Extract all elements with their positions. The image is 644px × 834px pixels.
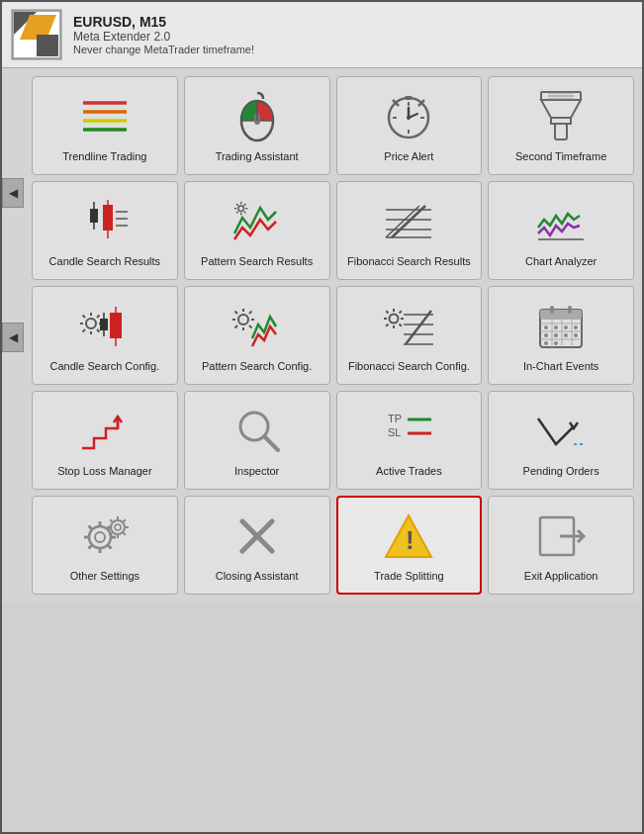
price-alert-icon — [382, 90, 435, 143]
second-timeframe[interactable]: Second Timeframe — [488, 76, 634, 175]
svg-marker-24 — [541, 100, 581, 118]
stop-loss-manager-icon — [78, 405, 132, 458]
pattern-search-results-icon — [230, 195, 284, 248]
svg-line-61 — [97, 329, 100, 332]
pattern-search-config[interactable]: Pattern Search Config. — [184, 286, 330, 385]
price-alert-label: Price Alert — [384, 149, 433, 163]
trading-assistant-icon — [230, 90, 284, 143]
svg-point-108 — [574, 333, 578, 337]
svg-line-85 — [400, 324, 402, 325]
exit-application-icon — [534, 510, 588, 563]
inspector-label: Inspector — [234, 464, 279, 478]
exit-application[interactable]: Exit Application — [488, 496, 634, 595]
svg-point-104 — [574, 325, 578, 329]
svg-line-49 — [386, 206, 419, 237]
svg-line-48 — [392, 206, 425, 237]
chart-analyzer-icon — [534, 195, 588, 248]
other-settings-label: Other Settings — [70, 569, 139, 583]
svg-point-121 — [89, 526, 111, 548]
svg-point-110 — [554, 341, 558, 345]
svg-line-63 — [97, 315, 100, 318]
inspector[interactable]: Inspector — [184, 391, 330, 490]
inspector-icon — [230, 405, 284, 458]
svg-point-102 — [554, 325, 558, 329]
svg-line-128 — [108, 545, 111, 548]
svg-point-55 — [86, 319, 96, 328]
other-settings-icon — [78, 510, 132, 563]
active-trades[interactable]: TP SL Active Trades — [336, 391, 483, 490]
trading-assistant[interactable]: Trading Assistant — [184, 76, 330, 175]
svg-line-115 — [264, 436, 278, 450]
pending-orders[interactable]: Pending Orders — [488, 391, 634, 490]
stop-loss-manager[interactable]: Stop Loss Manager — [32, 391, 178, 490]
svg-point-109 — [544, 341, 548, 345]
svg-line-140 — [124, 519, 126, 521]
pattern-search-results[interactable]: Pattern Search Results — [184, 181, 330, 280]
svg-line-60 — [82, 315, 85, 318]
pattern-search-config-label: Pattern Search Config. — [202, 359, 312, 373]
svg-point-70 — [238, 315, 248, 324]
svg-rect-112 — [568, 306, 572, 314]
trade-splitting-icon: ! — [382, 510, 435, 563]
chart-analyzer[interactable]: Chart Analyzer — [488, 181, 634, 280]
nav-arrow-row4[interactable]: ◀ — [2, 323, 24, 352]
svg-line-77 — [234, 325, 237, 328]
trendline-trading[interactable]: Trendline Trading — [32, 76, 178, 175]
active-trades-icon: TP SL — [382, 405, 435, 458]
svg-point-105 — [544, 333, 548, 337]
header-app: Meta Extender 2.0 — [73, 30, 254, 44]
candle-search-config-label: Candle Search Config. — [50, 359, 160, 373]
in-chart-events-label: In-Chart Events — [523, 359, 598, 373]
candle-search-config-icon — [78, 300, 132, 353]
trading-assistant-label: Trading Assistant — [216, 149, 299, 163]
svg-line-127 — [88, 525, 91, 528]
svg-line-84 — [387, 311, 389, 313]
fibonacci-search-results-label: Fibonacci Search Results — [347, 254, 471, 268]
stop-loss-manager-label: Stop Loss Manager — [57, 464, 151, 478]
exit-application-label: Exit Application — [524, 569, 598, 583]
price-alert[interactable]: Price Alert — [336, 76, 483, 175]
svg-line-87 — [400, 311, 402, 313]
svg-point-79 — [390, 314, 399, 323]
in-chart-events-icon — [534, 300, 588, 353]
fibonacci-search-config-icon — [382, 300, 435, 353]
svg-line-88 — [406, 311, 431, 344]
svg-rect-20 — [405, 96, 413, 100]
header-pair: EURUSD, M15 — [73, 14, 254, 30]
svg-line-137 — [110, 519, 112, 521]
closing-assistant[interactable]: Closing Assistant — [184, 496, 330, 595]
fibonacci-search-results[interactable]: Fibonacci Search Results — [336, 181, 483, 280]
fibonacci-search-config[interactable]: Fibonacci Search Config. — [336, 286, 483, 385]
pending-orders-icon — [534, 405, 588, 458]
svg-point-106 — [554, 333, 558, 337]
svg-rect-31 — [90, 209, 98, 223]
svg-line-129 — [88, 545, 91, 548]
pending-orders-label: Pending Orders — [523, 464, 599, 478]
svg-line-47 — [243, 204, 245, 206]
other-settings[interactable]: Other Settings — [32, 496, 178, 595]
svg-line-76 — [249, 325, 252, 328]
svg-rect-65 — [110, 313, 122, 338]
svg-text:SL: SL — [388, 426, 401, 438]
pattern-search-results-label: Pattern Search Results — [201, 254, 313, 268]
chart-analyzer-label: Chart Analyzer — [525, 254, 597, 268]
app-logo — [12, 10, 61, 59]
candle-search-results[interactable]: Candle Search Results — [32, 181, 178, 280]
svg-line-62 — [82, 329, 85, 332]
svg-rect-4 — [37, 35, 58, 56]
svg-line-75 — [234, 311, 237, 314]
trade-splitting-label: Trade Splitting — [374, 569, 444, 583]
svg-rect-94 — [540, 310, 582, 320]
header-warning: Never change MetaTrader timeframe! — [73, 44, 254, 55]
trade-splitting[interactable]: ! Trade Splitting — [336, 496, 483, 595]
svg-point-132 — [115, 524, 121, 530]
svg-point-103 — [564, 325, 568, 329]
svg-line-44 — [236, 204, 238, 206]
candle-search-config[interactable]: Candle Search Config. — [32, 286, 178, 385]
pattern-search-config-icon — [230, 300, 284, 353]
in-chart-events[interactable]: In-Chart Events — [488, 286, 634, 385]
grid-container: Trendline Trading Trading Assistant — [24, 68, 642, 602]
svg-point-101 — [544, 325, 548, 329]
nav-arrow-row2[interactable]: ◀ — [2, 178, 24, 208]
closing-assistant-icon — [230, 510, 284, 563]
